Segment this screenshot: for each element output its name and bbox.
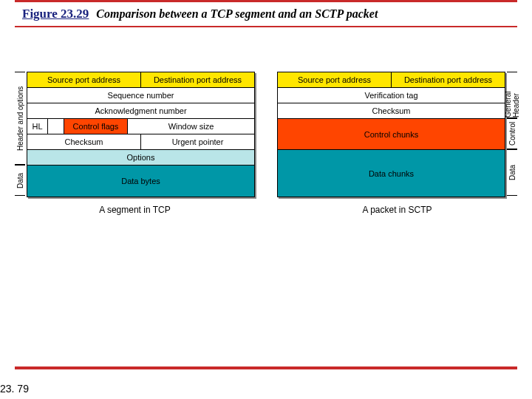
tcp-seq-num: Sequence number — [27, 88, 254, 103]
tcp-header-label: Header and options — [15, 72, 25, 165]
figure-label: Figure 23.29 — [22, 7, 89, 21]
tcp-control-flags: Control flags — [64, 119, 128, 134]
tcp-options: Options — [27, 150, 254, 165]
figure-header: Figure 23.29 Comparison between a TCP se… — [0, 2, 532, 26]
sctp-src-port: Source port address — [278, 72, 392, 87]
sctp-data-chunks: Data chunks — [278, 150, 505, 197]
sctp-table: Source port address Destination port add… — [277, 72, 505, 197]
tcp-hl: HL — [27, 119, 48, 134]
sctp-ctrl-label: Control — [507, 118, 517, 149]
sctp-vertical-labels: General Header Control Data — [507, 72, 517, 197]
sctp-gh-label: General Header — [507, 72, 517, 118]
tcp-panel: Header and options Data Source port addr… — [15, 72, 255, 215]
tcp-src-port: Source port address — [27, 72, 141, 87]
tcp-vertical-labels: Header and options Data — [15, 72, 25, 197]
tcp-reserved — [48, 119, 64, 134]
sctp-checksum: Checksum — [278, 103, 505, 118]
figure-title: Comparison between a TCP segment and an … — [96, 7, 378, 20]
tcp-checksum: Checksum — [27, 134, 141, 149]
sctp-dst-port: Destination port address — [392, 72, 505, 87]
sctp-caption: A packet in SCTP — [277, 205, 517, 215]
page-number: 23. 79 — [0, 383, 29, 395]
tcp-ack-num: Acknowledgment number — [27, 103, 254, 118]
sctp-verif-tag: Verification tag — [278, 88, 505, 103]
tcp-window-size: Window size — [128, 119, 254, 134]
tcp-table: Source port address Destination port add… — [27, 72, 255, 197]
diagram-content: Header and options Data Source port addr… — [0, 27, 532, 215]
bottom-rule — [15, 366, 517, 369]
sctp-panel: Source port address Destination port add… — [277, 72, 517, 215]
sctp-control-chunks: Control chunks — [278, 119, 505, 149]
sctp-data-label: Data — [507, 149, 517, 196]
tcp-urgent-ptr: Urgent pointer — [141, 134, 254, 149]
tcp-caption: A segment in TCP — [15, 205, 255, 215]
tcp-data-label: Data — [15, 165, 25, 196]
tcp-data-bytes: Data bytes — [27, 166, 254, 197]
tcp-dst-port: Destination port address — [141, 72, 254, 87]
